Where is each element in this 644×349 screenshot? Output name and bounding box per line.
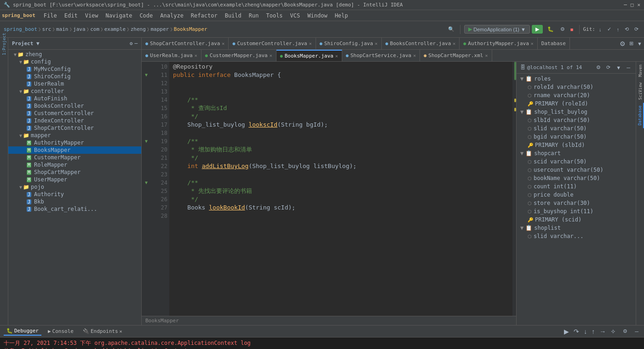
tabs-split-btn[interactable]: ⊞ (627, 40, 635, 47)
db-col-roleid[interactable]: ⬡ roleId varchar(50) (517, 83, 636, 91)
tab-booksmapper[interactable]: ● BooksMapper.java ✕ (276, 50, 342, 62)
menu-file[interactable]: File (40, 12, 61, 20)
git-push-btn[interactable]: ↑ (615, 26, 621, 33)
tree-shopcartmapper[interactable]: M ShopCartMapper (8, 169, 141, 176)
tree-customercontroller[interactable]: J CustomerController (8, 110, 141, 117)
db-col-slbid[interactable]: ⬡ slbId varchar(50) (517, 116, 636, 124)
tree-bkb[interactable]: J Bkb (8, 198, 141, 205)
bc-main[interactable]: main (56, 26, 69, 32)
tree-controller[interactable]: ▼ 📁 controller (8, 87, 141, 95)
tab-userrealm[interactable]: ● UserRealm.java ✕ (142, 50, 201, 62)
menu-vcs[interactable]: VCS (287, 12, 304, 20)
tab-shiroconfig[interactable]: ● ShiroConfig.java ✕ (316, 38, 382, 50)
db-settings-btn[interactable]: ⚙ (594, 64, 603, 71)
tab-shopcartcontroller[interactable]: ● ShopCartController.java ✕ (142, 38, 229, 50)
tree-authority[interactable]: J Authority (8, 191, 141, 198)
db-minimize-btn[interactable]: ─ (625, 64, 632, 71)
db-table-roles[interactable]: ▼ 📋 roles (517, 75, 636, 83)
dbg-step-over-btn[interactable]: ↷ (572, 328, 581, 335)
bc-springboot[interactable]: spring_boot (4, 26, 37, 32)
endpoints-close[interactable]: ✕ (120, 329, 122, 334)
menu-build[interactable]: Build (221, 12, 245, 20)
db-col-price[interactable]: ⬡ price double (517, 191, 636, 199)
debug-tab-console[interactable]: ▶ Console (45, 327, 76, 335)
search-btn[interactable]: 🔍 (446, 25, 456, 33)
tab-close-shopcartxml[interactable]: ✕ (485, 53, 488, 58)
tab-close-shopcartcontroller[interactable]: ✕ (222, 41, 224, 46)
db-col-usercount[interactable]: ⬡ usercount varchar(50) (517, 166, 636, 174)
db-col-bgid[interactable]: ⬡ bgid varchar(50) (517, 133, 636, 141)
gradle-tab[interactable]: SciView (637, 80, 644, 103)
code-content[interactable]: @Repository public interface BooksMapper… (169, 62, 512, 316)
tree-autofinish[interactable]: J AutoFinish (8, 95, 141, 102)
tree-booksmapper[interactable]: M BooksMapper (8, 146, 141, 154)
tab-database[interactable]: Database (538, 38, 570, 50)
dbg-resume-btn[interactable]: ▶ (563, 328, 570, 335)
db-key-shopcart[interactable]: 🔑 PRIMARY (scid) (517, 215, 636, 224)
bc-zheng[interactable]: zheng (131, 26, 146, 32)
tab-authoritymapper[interactable]: ● AuthorityMapper.java ✕ (460, 38, 538, 50)
menu-help[interactable]: Help (331, 12, 352, 20)
tab-customercontroller[interactable]: ● CustomerController.java ✕ (229, 38, 316, 50)
tree-shiroconfig[interactable]: J ShiroConfig (8, 73, 141, 80)
tab-close-shiroconfig[interactable]: ✕ (375, 41, 378, 46)
db-col-count[interactable]: ⬡ count int(11) (517, 182, 636, 191)
tab-close-customermapper[interactable]: ✕ (270, 53, 272, 58)
debug-tab-debugger[interactable]: 🐛 Debugger (4, 327, 41, 336)
menu-code[interactable]: Code (136, 12, 156, 20)
bc-mapper[interactable]: mapper (150, 26, 169, 32)
git-commit-btn[interactable]: ✓ (605, 25, 613, 33)
db-table-shopcart[interactable]: ▼ 📋 shopcart (517, 149, 636, 157)
db-col-rname[interactable]: ⬡ rname varchar(20) (517, 91, 636, 99)
db-refresh-btn[interactable]: ⟳ (604, 64, 612, 71)
db-key-roles[interactable]: 🔑 PRIMARY (roleId) (517, 99, 636, 108)
project-collapse-icon[interactable]: ─ (134, 41, 138, 47)
dbg-eval-btn[interactable]: ✧ (609, 328, 617, 335)
debug-settings-btn[interactable]: ⚙ (621, 327, 629, 335)
tabs-more-btn[interactable]: ▼ (635, 40, 644, 47)
tree-bookcartrelation[interactable]: J Book_cart_relati... (8, 205, 141, 213)
dbg-run-cursor-btn[interactable]: → (598, 328, 607, 335)
project-icon[interactable]: 1:Project (0, 41, 8, 48)
menu-analyze[interactable]: Analyze (156, 12, 187, 20)
debug-run-btn[interactable]: 🐛 (545, 25, 557, 34)
minimize-btn[interactable]: ─ (624, 2, 627, 8)
db-key-shoplistbuylog[interactable]: 🔑 PRIMARY (slbId) (517, 141, 636, 149)
db-col-scid[interactable]: ⬡ scid varchar(50) (517, 157, 636, 166)
tab-close-shopcartservice[interactable]: ✕ (413, 53, 416, 58)
editor-content[interactable]: ▼ ▼ ▼ (142, 62, 516, 316)
close-btn[interactable]: ✕ (637, 2, 640, 8)
tab-close-customercontroller[interactable]: ✕ (309, 41, 312, 46)
bc-java[interactable]: java (73, 26, 86, 32)
coverage-btn[interactable]: ⚙ (558, 25, 567, 33)
debug-minimize-btn[interactable]: ─ (633, 328, 640, 335)
tree-config[interactable]: ▼ 📁 config (8, 58, 141, 65)
maximize-btn[interactable]: □ (631, 2, 634, 8)
maven-tab[interactable]: Maven (637, 62, 644, 80)
db-filter-btn[interactable]: ▼ (614, 64, 623, 71)
tab-close-userrealm[interactable]: ✕ (195, 53, 197, 58)
console-area[interactable]: 十一月 27, 2021 7:14:53 下午 org.apache.catal… (0, 337, 644, 349)
tree-shopcartcontroller[interactable]: J ShopCartController (8, 124, 141, 132)
menu-edit[interactable]: Edit (61, 12, 81, 20)
tree-mapper-folder[interactable]: ▼ 📁 mapper (8, 132, 141, 139)
menu-window[interactable]: Window (304, 12, 331, 20)
database-vert-tab[interactable]: Database (637, 103, 644, 128)
demo-app-btn[interactable]: ▶ DemoApplication (1) ▼ (464, 25, 530, 34)
tab-bookscontroller[interactable]: ● BooksController.java ✕ (382, 38, 460, 50)
project-settings-icon[interactable]: ⚙ (130, 41, 133, 47)
tree-pojo[interactable]: ▼ 📁 pojo (8, 183, 141, 191)
run-btn[interactable]: ▶ (532, 25, 543, 34)
menu-run[interactable]: Run (245, 12, 263, 20)
tabs-settings-btn[interactable]: ⚙ (618, 39, 627, 48)
menu-tools[interactable]: Tools (262, 12, 286, 20)
menu-navigate[interactable]: Navigate (102, 12, 136, 20)
dbg-step-out-btn[interactable]: ↑ (590, 328, 596, 335)
menu-refactor[interactable]: Refactor (187, 12, 221, 20)
tab-customermapper[interactable]: ● CustomerMapper.java ✕ (201, 50, 276, 62)
tab-close-booksmapper[interactable]: ✕ (335, 53, 338, 58)
db-col-shoplist-slid[interactable]: ⬡ slid varchar... (517, 232, 636, 240)
dbg-step-into-btn[interactable]: ↓ (582, 328, 588, 335)
stop-btn[interactable]: ■ (569, 26, 575, 33)
tab-close-authoritymapper[interactable]: ✕ (531, 41, 534, 46)
